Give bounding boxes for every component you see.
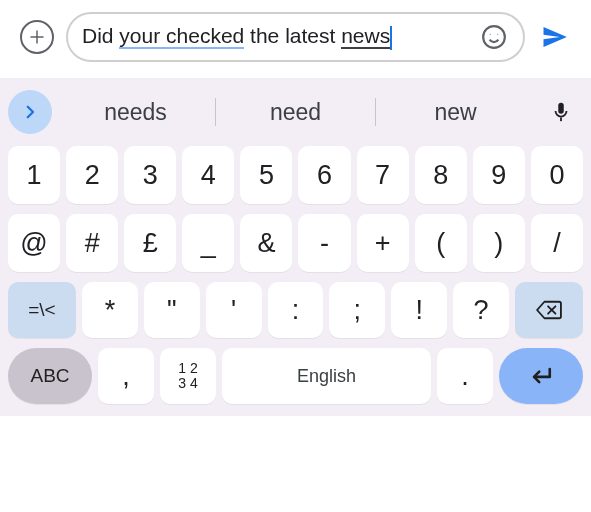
key-spacebar[interactable]: English (222, 348, 431, 404)
key-apostrophe[interactable]: ' (206, 282, 262, 338)
microphone-icon (550, 101, 572, 123)
suggestion-1[interactable]: needs (56, 92, 215, 132)
enter-icon (527, 365, 555, 387)
backspace-icon (534, 299, 564, 321)
key-1[interactable]: 1 (8, 146, 60, 204)
send-icon (540, 23, 568, 51)
key-asterisk[interactable]: * (82, 282, 138, 338)
key-paren-open[interactable]: ( (415, 214, 467, 272)
svg-rect-5 (560, 118, 562, 122)
plus-icon (28, 28, 46, 46)
key-underscore[interactable]: _ (182, 214, 234, 272)
suggestion-row: needs need new (8, 86, 583, 138)
key-abc-mode[interactable]: ABC (8, 348, 92, 404)
send-button[interactable] (537, 20, 571, 54)
key-6[interactable]: 6 (298, 146, 350, 204)
key-slash[interactable]: / (531, 214, 583, 272)
key-2[interactable]: 2 (66, 146, 118, 204)
key-row-1: 1 2 3 4 5 6 7 8 9 0 (8, 146, 583, 204)
expand-suggestions-button[interactable] (8, 90, 52, 134)
key-5[interactable]: 5 (240, 146, 292, 204)
key-row-2: @ # £ _ & - + ( ) / (8, 214, 583, 272)
virtual-keyboard: needs need new 1 2 3 4 5 6 7 8 9 0 @ # £… (0, 78, 591, 416)
key-double-quote[interactable]: " (144, 282, 200, 338)
key-question[interactable]: ? (453, 282, 509, 338)
attach-add-button[interactable] (20, 20, 54, 54)
key-enter[interactable] (499, 348, 583, 404)
message-text: Did your checked the latest news (82, 24, 469, 49)
key-ampersand[interactable]: & (240, 214, 292, 272)
voice-input-button[interactable] (539, 90, 583, 134)
svg-point-4 (497, 34, 498, 35)
chevron-right-icon (21, 103, 39, 121)
key-semicolon[interactable]: ; (329, 282, 385, 338)
key-numeric-mode[interactable]: 1 2 3 4 (160, 348, 216, 404)
suggestion-2[interactable]: need (216, 92, 375, 132)
svg-point-3 (490, 34, 491, 35)
message-input-field[interactable]: Did your checked the latest news (66, 12, 525, 62)
message-input-bar: Did your checked the latest news (0, 0, 591, 78)
key-at[interactable]: @ (8, 214, 60, 272)
key-8[interactable]: 8 (415, 146, 467, 204)
key-paren-close[interactable]: ) (473, 214, 525, 272)
key-plus[interactable]: + (357, 214, 409, 272)
key-0[interactable]: 0 (531, 146, 583, 204)
key-pound[interactable]: £ (124, 214, 176, 272)
key-more-symbols[interactable]: =\< (8, 282, 76, 338)
key-comma[interactable]: , (98, 348, 154, 404)
smile-icon (481, 24, 507, 50)
key-backspace[interactable] (515, 282, 583, 338)
suggestion-3[interactable]: new (376, 92, 535, 132)
key-dash[interactable]: - (298, 214, 350, 272)
key-row-bottom: ABC , 1 2 3 4 English . (8, 348, 583, 404)
key-exclaim[interactable]: ! (391, 282, 447, 338)
key-colon[interactable]: : (268, 282, 324, 338)
key-hash[interactable]: # (66, 214, 118, 272)
key-3[interactable]: 3 (124, 146, 176, 204)
key-period[interactable]: . (437, 348, 493, 404)
svg-point-2 (483, 26, 505, 48)
key-9[interactable]: 9 (473, 146, 525, 204)
key-row-3: =\< * " ' : ; ! ? (8, 282, 583, 338)
key-4[interactable]: 4 (182, 146, 234, 204)
emoji-button[interactable] (479, 22, 509, 52)
key-7[interactable]: 7 (357, 146, 409, 204)
text-caret (390, 26, 392, 50)
